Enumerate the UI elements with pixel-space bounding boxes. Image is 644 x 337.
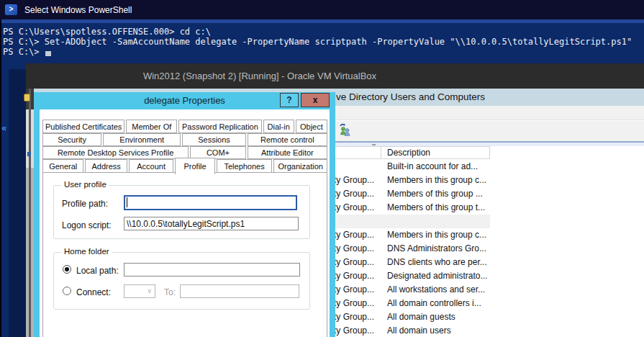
screen: > Select Windows PowerShell PS C:\Users\…: [0, 0, 644, 337]
cell-description: DNS Administrators Gro...: [387, 242, 486, 256]
hidden-icon-fragment: [27, 152, 31, 156]
connect-radio[interactable]: [63, 287, 71, 295]
cell-description: All workstations and ser...: [387, 283, 485, 297]
cell-description: Members in this group c...: [387, 228, 486, 242]
tab-security[interactable]: Security: [42, 133, 101, 146]
cell-description: All domain guests: [387, 310, 455, 324]
cell-type-fragment: ty Group...: [334, 283, 374, 297]
profile-path-label: Profile path:: [62, 199, 108, 209]
hidden-window-icon-fragment: [24, 94, 30, 102]
cell-description: DNS clients who are per...: [387, 256, 487, 269]
aduc-window-title: ve Directory Users and Computers: [336, 89, 485, 106]
local-path-input[interactable]: [124, 263, 300, 277]
tab-remote-desktop-services-profile[interactable]: Remote Desktop Services Profile: [42, 146, 189, 159]
users-group-icon[interactable]: [339, 123, 352, 136]
cell-description: Members in this group c...: [387, 174, 486, 187]
tab-address[interactable]: Address: [85, 159, 127, 173]
tab-dial-in[interactable]: Dial-in: [263, 120, 294, 133]
tab-profile[interactable]: Profile: [175, 158, 214, 174]
home-folder-legend: Home folder: [61, 247, 112, 256]
virtualbox-window-title: Win2012 (Snapshot 2) [Running] - Oracle …: [26, 63, 494, 89]
close-button[interactable]: x: [301, 93, 330, 107]
console-cursor: [45, 51, 51, 56]
tab-general[interactable]: General: [42, 159, 83, 173]
tab-row-1: Published Certificates Member Of Passwor…: [42, 120, 327, 133]
cell-description: All domain users: [387, 324, 451, 337]
cell-type-fragment: ty Group...: [334, 242, 374, 256]
connect-label: Connect:: [76, 287, 111, 297]
tab-telephones[interactable]: Telephones: [217, 159, 273, 173]
tab-password-replication[interactable]: Password Replication: [178, 120, 261, 133]
logon-script-input[interactable]: [124, 217, 299, 230]
tab-environment[interactable]: Environment: [103, 133, 181, 146]
tab-row-2: Security Environment Sessions Remote con…: [42, 133, 327, 146]
connect-path-input[interactable]: [180, 284, 299, 298]
profile-path-input[interactable]: [124, 195, 297, 210]
tab-member-of[interactable]: Member Of: [126, 120, 177, 133]
column-header-description[interactable]: Description: [381, 146, 490, 159]
cell-type-fragment: ty Group...: [334, 297, 374, 310]
cell-description: Members of this group t...: [387, 201, 485, 215]
help-button[interactable]: ?: [280, 93, 299, 107]
profile-tab-page: User profile Profile path: Logon script:…: [42, 172, 327, 337]
console-line: PS C:\> Set-ADObject -SamAccountName del…: [3, 37, 632, 47]
vm-strip-divider: [29, 89, 31, 337]
cell-type-fragment: ty Group...: [334, 201, 374, 215]
powershell-window-title: Select Windows PowerShell: [24, 5, 132, 15]
cell-description: Members of this group ...: [387, 187, 483, 201]
chevron-down-icon: ∨: [147, 287, 152, 295]
virtualbox-titlebar[interactable]: Win2012 (Snapshot 2) [Running] - Oracle …: [26, 63, 644, 89]
tab-remote-control[interactable]: Remote control: [248, 133, 327, 146]
powershell-icon: >: [5, 4, 17, 15]
cell-type-fragment: ty Group...: [334, 187, 374, 201]
tab-organization[interactable]: Organization: [273, 159, 327, 173]
dialog-titlebar[interactable]: delegate Properties ? x: [34, 92, 335, 109]
powershell-left-edge: [0, 19, 1, 337]
local-path-label: Local path:: [76, 266, 119, 276]
cell-type-fragment: ty Group...: [334, 228, 374, 242]
text-caret: [127, 197, 127, 207]
tab-attribute-editor[interactable]: Attribute Editor: [248, 146, 327, 159]
cell-description: Built-in account for ad...: [387, 160, 478, 174]
tab-account[interactable]: Account: [129, 159, 173, 173]
cell-type-fragment: ty Group...: [334, 324, 374, 337]
hidden-window-glyph-fragment: «: [1, 122, 6, 133]
console-line: PS C:\>: [3, 47, 51, 57]
cell-type-fragment: ty Group...: [334, 174, 374, 187]
user-profile-groupbox: User profile: [53, 185, 310, 239]
cell-type-fragment: ty Group...: [334, 269, 374, 283]
powershell-titlebar[interactable]: > Select Windows PowerShell: [0, 0, 644, 19]
drive-letter-combobox[interactable]: ∨: [124, 284, 155, 298]
cell-description: All domain controllers i...: [387, 297, 481, 310]
column-resize-mark: [372, 144, 376, 145]
logon-script-label: Logon script:: [62, 220, 112, 230]
user-profile-legend: User profile: [61, 180, 109, 189]
cell-description: Designated administrato...: [387, 269, 487, 283]
tab-row-4: General Address Account Profile Telephon…: [42, 159, 327, 173]
delegate-properties-dialog: delegate Properties ? x Published Certif…: [34, 92, 335, 337]
cell-type-fragment: ty Group...: [334, 310, 374, 324]
dialog-body: Published Certificates Member Of Passwor…: [40, 109, 330, 337]
home-folder-groupbox: Home folder: [53, 252, 310, 310]
console-line: PS C:\Users\spotless.OFFENSE.000> cd c:\: [3, 27, 211, 37]
cell-type-fragment: ty Group...: [334, 256, 374, 269]
tab-sessions[interactable]: Sessions: [182, 133, 245, 146]
tab-published-certificates[interactable]: Published Certificates: [42, 120, 124, 133]
local-path-radio[interactable]: [63, 265, 71, 274]
to-label: To:: [164, 287, 176, 297]
tab-object[interactable]: Object: [296, 120, 327, 133]
